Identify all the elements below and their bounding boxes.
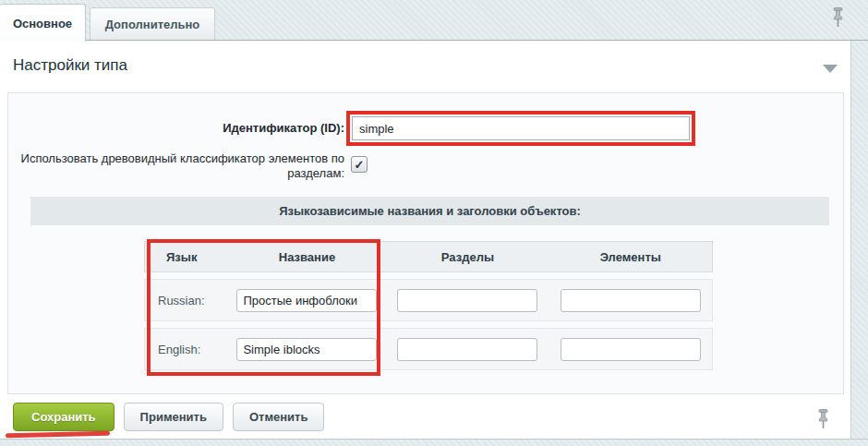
sections-input-english[interactable] [397,338,537,361]
lang-table: Язык Название Разделы Элементы Russian: … [144,241,713,370]
id-input[interactable] [352,116,690,140]
lang-section-header-label: Языкозависимые названия и заголовки объе… [279,204,581,218]
type-settings-form: Идентификатор (ID): Использовать древови… [7,92,844,394]
table-row-english: English: [144,328,713,370]
annotation-red-underline-save [6,431,110,439]
lang-section-header: Языкозависимые названия и заголовки объе… [30,197,829,225]
settings-panel: Настройки типа Идентификатор (ID): Испол… [0,41,851,439]
save-button[interactable]: Сохранить [13,403,115,431]
header-lang: Язык [145,250,228,264]
name-input-english[interactable] [236,338,377,361]
row-lang-label: English: [145,343,228,356]
bottom-divider [0,439,868,440]
annotation-red-box-id-field [346,111,695,146]
tree-classifier-checkbox[interactable]: ✓ [351,156,368,173]
action-buttons: Сохранить Применить Отменить [13,403,324,431]
apply-button[interactable]: Применить [124,403,223,431]
elements-input-english[interactable] [561,338,701,361]
tab-main-label: Основное [13,17,72,30]
collapse-section-icon[interactable] [823,65,838,73]
settings-page: Основное Дополнительно Настройки типа Ид… [0,0,868,446]
header-sections: Разделы [441,250,494,264]
checkmark-icon: ✓ [355,158,365,172]
header-elements: Элементы [600,250,661,264]
lang-table-header-row: Язык Название Разделы Элементы [144,241,713,272]
elements-input-russian[interactable] [561,289,701,312]
id-field-label: Идентификатор (ID): [8,121,344,136]
pin-icon[interactable] [830,6,846,28]
page-title: Настройки типа [13,56,127,75]
cancel-button[interactable]: Отменить [233,403,325,431]
tab-bar: Основное Дополнительно [0,0,868,41]
table-row-russian: Russian: [144,279,713,321]
tab-main[interactable]: Основное [0,4,86,42]
row-lang-label: Russian: [145,294,228,307]
tab-additional-label: Дополнительно [105,18,200,31]
tab-additional[interactable]: Дополнительно [90,7,215,42]
pin-icon[interactable] [815,408,831,429]
tree-classifier-label: Использовать древовидный классификатор э… [8,151,344,181]
header-name: Название [279,250,335,264]
sections-input-russian[interactable] [397,289,537,312]
name-input-russian[interactable] [236,289,377,312]
